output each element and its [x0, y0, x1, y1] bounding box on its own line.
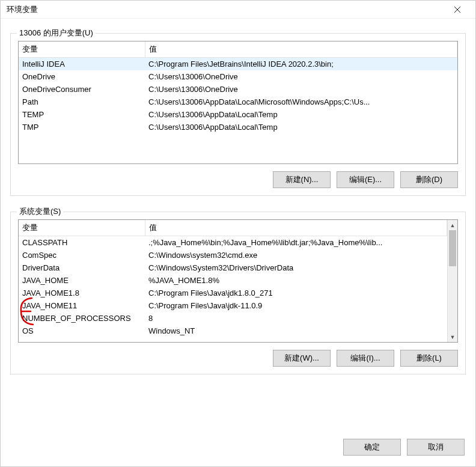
titlebar: 环境变量 [1, 1, 475, 19]
sys-edit-button[interactable]: 编辑(I)... [337, 350, 394, 367]
user-delete-button[interactable]: 删除(D) [400, 171, 458, 188]
sys-vars-table-wrap: 变量 值 CLASSPATH.;%Java_Home%\bin;%Java_Ho… [18, 219, 458, 343]
cell-value: 8 [145, 312, 447, 325]
table-row[interactable]: DriverDataC:\Windows\System32\Drivers\Dr… [19, 261, 447, 274]
sys-vars-buttons: 新建(W)... 编辑(I)... 删除(L) [18, 350, 458, 367]
cell-variable: JAVA_HOME [19, 274, 145, 287]
table-row[interactable]: TMPC:\Users\13006\AppData\Local\Temp [19, 121, 457, 133]
user-vars-group: 13006 的用户变量(U) 变量 值 IntelliJ IDEAC:\Prog… [10, 33, 466, 196]
cell-variable: TEMP [19, 108, 145, 121]
user-vars-title: 13006 的用户变量(U) [17, 28, 96, 38]
user-vars-header-row: 变量 值 [19, 41, 457, 58]
col-variable[interactable]: 变量 [19, 220, 145, 236]
sys-delete-button[interactable]: 删除(L) [400, 350, 458, 367]
cell-value: C:\Program Files\Java\jdk-11.0.9 [145, 299, 447, 312]
user-edit-button[interactable]: 编辑(E)... [337, 171, 394, 188]
cell-variable: OneDriveConsumer [19, 83, 145, 96]
cell-value: Windows_NT [145, 325, 447, 337]
cell-value: C:\Users\13006\OneDrive [145, 83, 457, 96]
scroll-up-icon[interactable]: ▲ [448, 220, 457, 230]
cell-value: C:\Users\13006\OneDrive [145, 70, 457, 83]
table-row[interactable]: JAVA_HOME%JAVA_HOME1.8% [19, 274, 447, 287]
cell-value: C:\Users\13006\AppData\Local\Temp [145, 108, 457, 121]
col-value[interactable]: 值 [145, 220, 447, 236]
cell-variable: CLASSPATH [19, 236, 145, 249]
table-row[interactable]: OSWindows_NT [19, 325, 447, 337]
table-row[interactable]: OneDriveConsumerC:\Users\13006\OneDrive [19, 83, 457, 96]
user-vars-buttons: 新建(N)... 编辑(E)... 删除(D) [18, 171, 458, 188]
table-row[interactable]: JAVA_HOME11C:\Program Files\Java\jdk-11.… [19, 299, 447, 312]
cell-variable: ComSpec [19, 249, 145, 261]
cell-variable: JAVA_HOME1.8 [19, 287, 145, 299]
user-vars-table-wrap: 变量 值 IntelliJ IDEAC:\Program Files\JetBr… [18, 41, 458, 164]
dialog-buttons: 确定 取消 [1, 430, 475, 466]
sys-scrollbar[interactable]: ▲ ▼ [447, 220, 457, 342]
cell-variable: OS [19, 325, 145, 337]
table-row[interactable]: JAVA_HOME1.8C:\Program Files\Java\jdk1.8… [19, 287, 447, 299]
col-value[interactable]: 值 [145, 41, 457, 58]
table-row[interactable]: NUMBER_OF_PROCESSORS8 [19, 312, 447, 325]
close-icon [454, 7, 460, 13]
cell-value: C:\Users\13006\AppData\Local\Temp [145, 121, 457, 133]
ok-button[interactable]: 确定 [343, 439, 401, 456]
cell-value: C:\Windows\System32\Drivers\DriverData [145, 261, 447, 274]
table-row[interactable]: TEMPC:\Users\13006\AppData\Local\Temp [19, 108, 457, 121]
close-button[interactable] [445, 1, 469, 19]
user-new-button[interactable]: 新建(N)... [273, 171, 331, 188]
cell-variable: NUMBER_OF_PROCESSORS [19, 312, 145, 325]
cancel-button[interactable]: 取消 [407, 439, 465, 456]
content-area: 13006 的用户变量(U) 变量 值 IntelliJ IDEAC:\Prog… [1, 19, 475, 430]
window-title: 环境变量 [7, 4, 445, 15]
sys-vars-group: 系统变量(S) 变量 值 CLASSPATH.;%Java_Home%\bin;… [10, 212, 466, 374]
table-row[interactable]: IntelliJ IDEAC:\Program Files\JetBrains\… [19, 58, 457, 71]
col-variable[interactable]: 变量 [19, 41, 145, 58]
sys-vars-table[interactable]: 变量 值 CLASSPATH.;%Java_Home%\bin;%Java_Ho… [19, 220, 447, 337]
cell-variable: OneDrive [19, 70, 145, 83]
table-row[interactable]: PathC:\Users\13006\AppData\Local\Microso… [19, 96, 457, 108]
cell-variable: DriverData [19, 261, 145, 274]
cell-value: C:\Program Files\Java\jdk1.8.0_271 [145, 287, 447, 299]
table-row[interactable]: ComSpecC:\Windows\system32\cmd.exe [19, 249, 447, 261]
scroll-down-icon[interactable]: ▼ [448, 332, 457, 342]
cell-value: C:\Users\13006\AppData\Local\Microsoft\W… [145, 96, 457, 108]
scroll-thumb[interactable] [449, 230, 456, 266]
scroll-track[interactable] [448, 230, 457, 332]
cell-value: C:\Windows\system32\cmd.exe [145, 249, 447, 261]
sys-vars-title: 系统变量(S) [17, 206, 63, 217]
table-row[interactable]: CLASSPATH.;%Java_Home%\bin;%Java_Home%\l… [19, 236, 447, 249]
cell-value: %JAVA_HOME1.8% [145, 274, 447, 287]
sys-new-button[interactable]: 新建(W)... [273, 350, 331, 367]
user-vars-table[interactable]: 变量 值 IntelliJ IDEAC:\Program Files\JetBr… [19, 41, 457, 133]
table-row[interactable]: OneDriveC:\Users\13006\OneDrive [19, 70, 457, 83]
cell-value: C:\Program Files\JetBrains\IntelliJ IDEA… [145, 58, 457, 71]
sys-vars-header-row: 变量 值 [19, 220, 447, 236]
cell-value: .;%Java_Home%\bin;%Java_Home%\lib\dt.jar… [145, 236, 447, 249]
cell-variable: JAVA_HOME11 [19, 299, 145, 312]
env-vars-dialog: 环境变量 13006 的用户变量(U) 变量 值 IntelliJ IDEAC:… [0, 0, 476, 467]
cell-variable: Path [19, 96, 145, 108]
cell-variable: TMP [19, 121, 145, 133]
cell-variable: IntelliJ IDEA [19, 58, 145, 71]
